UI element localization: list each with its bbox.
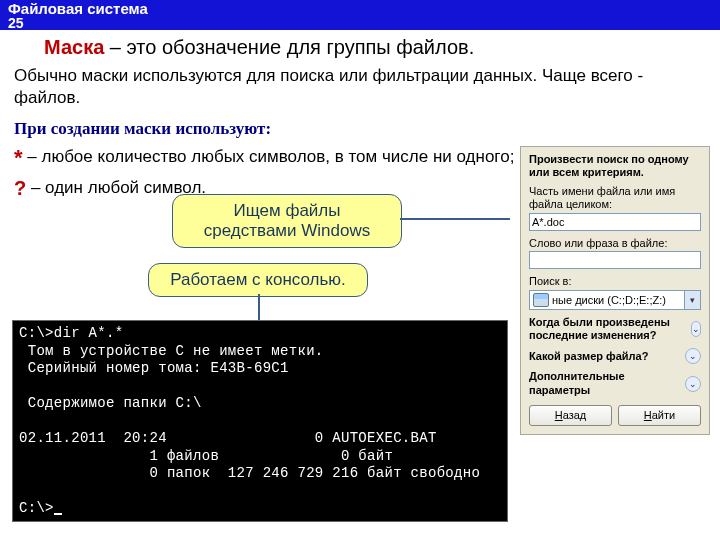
header-title: Файловая система xyxy=(8,0,148,17)
chevron-down-icon: ⌄ xyxy=(691,321,701,337)
console-prompt: C:\> xyxy=(19,500,54,516)
expander-advanced[interactable]: Дополнительные параметры ⌄ xyxy=(529,370,701,396)
callout-windows-connector xyxy=(400,218,510,220)
console-line: Том в устройстве C не имеет метки. xyxy=(19,343,324,359)
phrase-label: Слово или фраза в файле: xyxy=(529,237,701,250)
slide-description: Обычно маски используются для поиска или… xyxy=(14,65,706,109)
lookin-label: Поиск в: xyxy=(529,275,701,288)
expander-modified-label: Когда были произведены последние изменен… xyxy=(529,316,691,342)
chevron-down-icon: ▾ xyxy=(684,291,700,309)
console-line: 02.11.2011 20:24 0 AUTOEXEC.BAT xyxy=(19,430,437,446)
header-pagenum: 25 xyxy=(8,16,712,30)
asterisk-symbol: * xyxy=(14,145,23,170)
rule-star-text: – любое количество любых символов, в том… xyxy=(23,148,515,167)
chevron-down-icon: ⌄ xyxy=(685,348,701,364)
callout-windows-text: Ищем файлы средствами Windows xyxy=(204,201,370,240)
expander-size[interactable]: Какой размер файла? ⌄ xyxy=(529,348,701,364)
filename-label: Часть имени файла или имя файла целиком: xyxy=(529,185,701,210)
callout-console-connector xyxy=(258,294,260,322)
windows-search-panel: Произвести поиск по одному или всем крит… xyxy=(520,146,710,435)
chevron-down-icon: ⌄ xyxy=(685,376,701,392)
cursor-icon xyxy=(54,513,62,515)
back-button[interactable]: Назад xyxy=(529,405,612,426)
expander-size-label: Какой размер файла? xyxy=(529,350,648,363)
slide-title: Маска – это обозначение для группы файло… xyxy=(44,36,720,59)
callout-console-text: Работаем с консолью. xyxy=(170,270,346,289)
title-keyword: Маска xyxy=(44,36,104,58)
question-symbol: ? xyxy=(14,177,26,199)
find-button[interactable]: Найти xyxy=(618,405,701,426)
console-line: Серийный номер тома: E43B-69C1 xyxy=(19,360,289,376)
slide-header: Файловая система 25 xyxy=(0,0,720,30)
console-window: C:\>dir A*.* Том в устройстве C не имеет… xyxy=(12,320,508,522)
title-rest: – это обозначение для группы файлов. xyxy=(104,36,474,58)
disk-icon xyxy=(533,293,549,307)
callout-windows: Ищем файлы средствами Windows xyxy=(172,194,402,248)
expander-advanced-label: Дополнительные параметры xyxy=(529,370,685,396)
console-line: Содержимое папки C:\ xyxy=(19,395,202,411)
callout-console: Работаем с консолью. xyxy=(148,263,368,297)
filename-input[interactable] xyxy=(529,213,701,231)
search-heading: Произвести поиск по одному или всем крит… xyxy=(529,153,701,179)
console-line: 1 файлов 0 байт xyxy=(19,448,393,464)
console-line: C:\>dir A*.* xyxy=(19,325,123,341)
console-line: 0 папок 127 246 729 216 байт свободно xyxy=(19,465,480,481)
phrase-input[interactable] xyxy=(529,251,701,269)
expander-modified[interactable]: Когда были произведены последние изменен… xyxy=(529,316,701,342)
lookin-value: ные диски (C:;D:;E:;Z:) xyxy=(552,294,666,306)
lookin-combo[interactable]: ные диски (C:;D:;E:;Z:) ▾ xyxy=(529,290,701,310)
rules-heading: При создании маски используют: xyxy=(14,119,720,139)
